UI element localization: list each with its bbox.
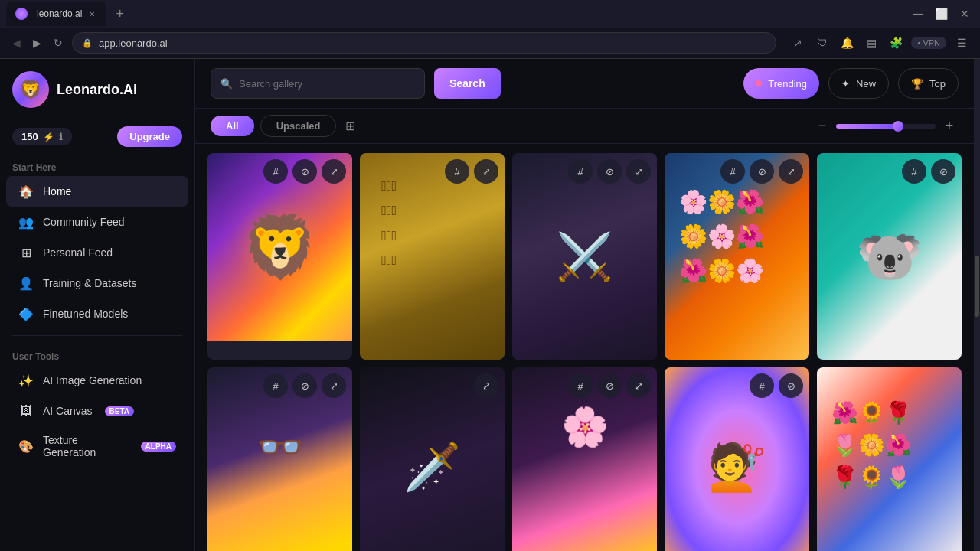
url-bar[interactable]: 🔒 app.leonardo.ai <box>72 32 776 54</box>
tab-close-button[interactable]: ✕ <box>87 8 97 19</box>
home-icon: 🏠 <box>18 184 34 199</box>
gallery-item-koala[interactable]: # ⊘ <box>817 153 962 360</box>
sidebar-item-training[interactable]: 👤 Training & Datasets <box>6 268 188 298</box>
pink-hair-overlay[interactable]: # ⊘ ⤢ <box>512 367 657 551</box>
hieroglyphs-overlay[interactable]: # ⤢ <box>360 153 505 360</box>
sidebar-toggle[interactable]: ▤ <box>862 34 880 52</box>
reload-button[interactable]: ↻ <box>51 34 66 52</box>
top-icon: 🏆 <box>911 78 923 90</box>
zoom-slider[interactable] <box>836 124 936 129</box>
girl-glasses-options-btn[interactable]: ⊘ <box>292 373 317 398</box>
credits-info-icon[interactable]: ℹ <box>59 132 63 142</box>
right-scrollbar[interactable] <box>974 59 980 551</box>
tab-upscaled-button[interactable]: Upscaled <box>260 115 337 137</box>
lion-generate-btn[interactable]: # <box>263 159 288 184</box>
hieroglyphs-generate-btn[interactable]: # <box>445 159 469 184</box>
url-text: app.leonardo.ai <box>99 37 168 49</box>
girl-glasses-overlay[interactable]: # ⊘ ⤢ <box>207 367 352 551</box>
sidebar-item-ai-image-label: AI Image Generation <box>43 374 142 386</box>
top-filter-button[interactable]: 🏆 Top <box>898 68 959 99</box>
shield-button[interactable]: 🛡 <box>813 34 831 52</box>
sidebar-item-home[interactable]: 🏠 Home <box>6 176 188 207</box>
pink-hair-expand-btn[interactable]: ⤢ <box>626 373 651 398</box>
zoom-plus-button[interactable]: + <box>940 117 959 135</box>
sidebar-item-ai-canvas[interactable]: 🖼 AI Canvas BETA <box>6 396 188 426</box>
new-filter-button[interactable]: ✦ New <box>828 68 889 99</box>
warrior-options-btn[interactable]: ⊘ <box>597 159 622 184</box>
colorful-hair-options-btn[interactable]: ⊘ <box>779 373 803 398</box>
new-icon: ✦ <box>841 78 850 90</box>
active-tab[interactable]: leonardo.ai ✕ <box>6 2 106 26</box>
girl-glasses-generate-btn[interactable]: # <box>263 373 288 398</box>
finetuned-icon: 🔷 <box>18 306 34 321</box>
sidebar-item-finetuned[interactable]: 🔷 Finetuned Models <box>6 298 188 329</box>
koala-overlay[interactable]: # ⊘ <box>817 153 962 360</box>
trending-dot <box>756 80 762 86</box>
trending-filter-button[interactable]: Trending <box>743 68 819 99</box>
new-tab-button[interactable]: + <box>109 6 130 22</box>
sidebar-item-community-feed[interactable]: 👥 Community Feed <box>6 207 188 237</box>
ai-image-icon: ✨ <box>18 373 34 388</box>
community-icon: 👥 <box>18 214 34 230</box>
flowers-generate-btn[interactable]: # <box>720 159 745 184</box>
gallery-item-pink-hair[interactable]: # ⊘ ⤢ <box>512 367 657 551</box>
new-label: New <box>856 78 876 90</box>
alpha-badge: ALPHA <box>141 442 176 452</box>
search-button[interactable]: Search <box>434 68 501 99</box>
girl-glasses-expand-btn[interactable]: ⤢ <box>322 373 346 398</box>
search-wrapper[interactable]: 🔍 <box>211 68 425 99</box>
gallery-item-colorful-hair[interactable]: # ⊘ <box>665 367 809 551</box>
lion-action-btns: # ⊘ ⤢ <box>263 159 346 184</box>
koala-generate-btn[interactable]: # <box>902 159 926 184</box>
back-button[interactable]: ◀ <box>9 34 24 52</box>
koala-options-btn[interactable]: ⊘ <box>931 159 956 184</box>
gallery-item-flowers[interactable]: # ⊘ ⤢ <box>665 153 809 360</box>
tab-all-button[interactable]: All <box>211 116 254 136</box>
gallery-item-warrior[interactable]: # ⊘ ⤢ <box>512 153 657 360</box>
zoom-minus-button[interactable]: − <box>813 117 831 135</box>
gallery-item-lion[interactable]: # ⊘ ⤢ <box>207 153 352 360</box>
colorful-hair-action-btns: # ⊘ <box>750 373 803 398</box>
flowers-options-btn[interactable]: ⊘ <box>750 159 774 184</box>
window-minimize-btn[interactable]: ─ <box>908 6 927 22</box>
sidebar-item-personal-feed[interactable]: ⊞ Personal Feed <box>6 237 188 268</box>
sidebar-item-ai-image[interactable]: ✨ AI Image Generation <box>6 365 188 396</box>
tab-favicon <box>15 8 28 20</box>
tab-bar: leonardo.ai ✕ + ─ ⬜ ✕ <box>0 0 980 28</box>
sidebar-item-texture[interactable]: 🎨 Texture Generation ALPHA <box>6 426 188 466</box>
gallery-item-dark-warrior[interactable]: ⤢ <box>360 367 505 551</box>
search-input[interactable] <box>239 78 415 90</box>
hieroglyphs-expand-btn[interactable]: ⤢ <box>474 159 498 184</box>
warrior-generate-btn[interactable]: # <box>568 159 593 184</box>
gallery-item-floral-pattern[interactable] <box>817 367 962 551</box>
scrollbar-thumb[interactable] <box>975 256 979 317</box>
floral-pattern-overlay[interactable] <box>817 367 962 551</box>
menu-button[interactable]: ☰ <box>952 34 971 52</box>
gallery-item-hieroglyphs[interactable]: # ⤢ <box>360 153 505 360</box>
flowers-expand-btn[interactable]: ⤢ <box>779 159 803 184</box>
window-maximize-btn[interactable]: ⬜ <box>930 8 952 20</box>
extensions-button[interactable]: 🧩 <box>887 34 905 52</box>
colorful-hair-generate-btn[interactable]: # <box>750 373 774 398</box>
grid-view-button[interactable]: ⊞ <box>342 116 358 136</box>
lion-options-btn[interactable]: ⊘ <box>292 159 317 184</box>
warrior-overlay[interactable]: # ⊘ ⤢ <box>512 153 657 360</box>
colorful-hair-overlay[interactable]: # ⊘ <box>665 367 809 551</box>
lion-overlay[interactable]: # ⊘ ⤢ <box>207 153 352 360</box>
pink-hair-options-btn[interactable]: ⊘ <box>597 373 622 398</box>
gallery-item-girl-glasses[interactable]: # ⊘ ⤢ <box>207 367 352 551</box>
warrior-expand-btn[interactable]: ⤢ <box>626 159 651 184</box>
window-close-btn[interactable]: ✕ <box>956 8 974 20</box>
upgrade-button[interactable]: Upgrade <box>117 126 182 147</box>
dark-warrior-expand-btn[interactable]: ⤢ <box>474 373 498 398</box>
pink-hair-generate-btn[interactable]: # <box>568 373 593 398</box>
lion-expand-btn[interactable]: ⤢ <box>322 159 346 184</box>
dark-warrior-overlay[interactable]: ⤢ <box>360 367 505 551</box>
forward-button[interactable]: ▶ <box>30 34 44 52</box>
alert-button[interactable]: 🔔 <box>838 34 856 52</box>
flowers-overlay[interactable]: # ⊘ ⤢ <box>665 153 809 360</box>
vpn-badge[interactable]: • VPN <box>911 37 946 49</box>
share-button[interactable]: ↗ <box>789 34 807 52</box>
sidebar-item-community-label: Community Feed <box>43 216 125 228</box>
sidebar-item-texture-label: Texture Generation <box>43 434 129 458</box>
